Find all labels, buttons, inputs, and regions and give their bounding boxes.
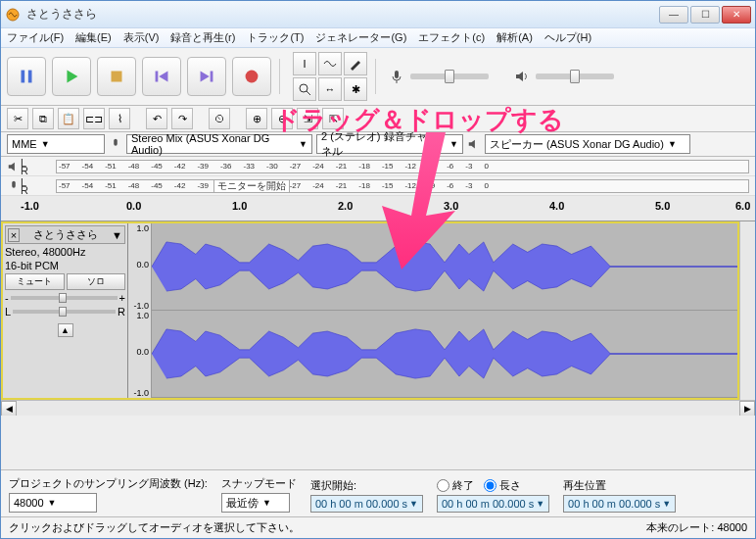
draw-tool[interactable] <box>344 52 367 75</box>
statusbar: クリックおよびドラッグしてオーディオを選択して下さい。 本来のレート: 4800… <box>1 516 755 538</box>
svg-rect-17 <box>12 180 16 187</box>
svg-marker-6 <box>159 72 167 82</box>
track-control-panel: × さとうささら ▼ Stereo, 48000Hz 16-bit PCM ミュ… <box>3 223 128 398</box>
minimize-button[interactable]: — <box>659 6 688 24</box>
gain-slider[interactable] <box>11 296 118 300</box>
wave-axis: 1.0 0.0 -1.0 1.0 0.0 -1.0 <box>128 223 152 398</box>
menubar: ファイル(F) 編集(E) 表示(V) 録音と再生(r) トラック(T) ジェネ… <box>1 28 755 48</box>
close-button[interactable]: ✕ <box>722 6 751 24</box>
selection-tool[interactable]: I <box>293 52 316 75</box>
playback-meter[interactable]: LR -57-54-51-48-45-42-39-36-33-30-27-24-… <box>1 157 755 176</box>
end-radio[interactable]: 終了 <box>437 478 474 493</box>
scroll-right-button[interactable]: ▶ <box>739 401 755 416</box>
stop-button[interactable] <box>97 57 136 96</box>
trim-button[interactable]: ⊏⊐ <box>83 108 105 129</box>
undo-button[interactable]: ↶ <box>146 108 167 129</box>
edit-toolbar: ✂ ⧉ 📋 ⊏⊐ ⌇ ↶ ↷ ⏲ ⊕ ⊖ ⇲ ⇱ <box>1 106 755 132</box>
audio-host-combo[interactable]: MME▼ <box>7 134 105 154</box>
svg-marker-13 <box>516 72 523 81</box>
menu-track[interactable]: トラック(T) <box>247 30 304 45</box>
length-radio[interactable]: 長さ <box>484 478 521 493</box>
track-menu-button[interactable]: ▼ <box>112 229 122 241</box>
scroll-left-button[interactable]: ◀ <box>1 401 17 416</box>
skip-start-button[interactable] <box>142 57 181 96</box>
app-window: さとうささら — ☐ ✕ ファイル(F) 編集(E) 表示(V) 録音と再生(r… <box>0 0 756 539</box>
sample-rate-combo[interactable]: 48000▼ <box>9 493 97 513</box>
titlebar[interactable]: さとうささら — ☐ ✕ <box>1 1 755 28</box>
zoom-out-button[interactable]: ⊖ <box>271 108 293 129</box>
microphone-icon <box>7 179 21 193</box>
microphone-icon <box>389 69 404 84</box>
record-button[interactable] <box>232 57 271 96</box>
menu-record[interactable]: 録音と再生(r) <box>170 30 235 45</box>
selection-start-label: 選択開始: <box>310 478 423 493</box>
svg-point-9 <box>246 71 259 83</box>
track-close-button[interactable]: × <box>8 228 20 242</box>
menu-view[interactable]: 表示(V) <box>123 30 160 45</box>
waveform-display[interactable] <box>152 223 737 398</box>
menu-edit[interactable]: 編集(E) <box>75 30 112 45</box>
playback-volume-slider[interactable] <box>536 74 614 79</box>
selection-end-time[interactable]: 00 h 00 m 00.000 s▼ <box>437 495 549 513</box>
svg-rect-8 <box>211 72 213 82</box>
menu-file[interactable]: ファイル(F) <box>7 30 64 45</box>
output-device-combo[interactable]: スピーカー (ASUS Xonar DG Audio)▼ <box>485 134 690 154</box>
fit-selection-button[interactable]: ⇲ <box>297 108 318 129</box>
pause-button[interactable] <box>7 57 46 96</box>
tools-grid: I ↔ ✱ <box>293 52 367 101</box>
sync-lock-button[interactable]: ⏲ <box>209 108 230 129</box>
record-meter[interactable]: LR モニターを開始 -57-54-51-48-45-42-39-36-33-3… <box>1 176 755 196</box>
svg-marker-15 <box>469 140 475 149</box>
maximize-button[interactable]: ☐ <box>690 6 720 24</box>
play-button[interactable] <box>52 57 91 96</box>
selection-start-time[interactable]: 00 h 00 m 00.000 s▼ <box>310 495 423 513</box>
play-position-time[interactable]: 00 h 00 m 00.000 s▼ <box>563 495 676 513</box>
track-name[interactable]: さとうささら <box>20 227 112 242</box>
transport-toolbar: I ↔ ✱ <box>1 48 755 106</box>
silence-button[interactable]: ⌇ <box>109 108 130 129</box>
window-title: さとうささら <box>26 6 659 23</box>
zoom-in-button[interactable]: ⊕ <box>246 108 267 129</box>
fit-project-button[interactable]: ⇱ <box>322 108 344 129</box>
speaker-icon <box>514 69 530 84</box>
mute-button[interactable]: ミュート <box>5 273 65 290</box>
envelope-tool[interactable] <box>318 52 342 75</box>
device-toolbar: MME▼ Stereo Mix (ASUS Xonar DG Audio)▼ 2… <box>1 132 755 157</box>
menu-analyze[interactable]: 解析(A) <box>496 30 533 45</box>
actual-rate: 本来のレート: 48000 <box>646 520 747 535</box>
track-area: × さとうささら ▼ Stereo, 48000Hz 16-bit PCM ミュ… <box>1 221 739 400</box>
snap-combo[interactable]: 最近傍▼ <box>221 493 290 513</box>
horizontal-scrollbar[interactable]: ◀ ▶ <box>1 400 755 416</box>
track-format: Stereo, 48000Hz <box>5 246 125 258</box>
menu-effect[interactable]: エフェクト(c) <box>418 30 485 45</box>
copy-button[interactable]: ⧉ <box>32 108 54 129</box>
multi-tool[interactable]: ✱ <box>344 77 367 101</box>
svg-rect-5 <box>156 72 159 82</box>
app-icon <box>5 7 21 23</box>
cut-button[interactable]: ✂ <box>7 108 28 129</box>
vertical-scrollbar[interactable] <box>739 221 755 400</box>
svg-marker-7 <box>201 72 210 82</box>
pan-slider[interactable] <box>13 310 116 314</box>
track-bitdepth: 16-bit PCM <box>5 260 125 271</box>
svg-marker-16 <box>9 162 15 171</box>
zoom-tool[interactable] <box>293 77 316 101</box>
redo-button[interactable]: ↷ <box>171 108 193 129</box>
input-device-combo[interactable]: Stereo Mix (ASUS Xonar DG Audio)▼ <box>126 134 312 154</box>
solo-button[interactable]: ソロ <box>67 273 126 290</box>
paste-button[interactable]: 📋 <box>58 108 79 129</box>
menu-generate[interactable]: ジェネレーター(G) <box>315 30 406 45</box>
svg-line-11 <box>307 91 310 95</box>
collapse-button[interactable]: ▲ <box>58 323 73 337</box>
status-message: クリックおよびドラッグしてオーディオを選択して下さい。 <box>9 520 300 535</box>
timeline-ruler[interactable]: -1.00.01.02.03.04.05.06.0 <box>1 196 755 221</box>
speaker-icon <box>467 137 481 151</box>
svg-point-10 <box>300 84 307 92</box>
monitor-start-label[interactable]: モニターを開始 <box>213 179 290 193</box>
selection-toolbar: プロジェクトのサンプリング周波数 (Hz): 48000▼ スナップモード 最近… <box>1 469 755 516</box>
channels-combo[interactable]: 2 (ステレオ) 録音チャンネル▼ <box>316 134 463 154</box>
menu-help[interactable]: ヘルプ(H) <box>544 30 591 45</box>
record-volume-slider[interactable] <box>410 74 489 79</box>
skip-end-button[interactable] <box>187 57 226 96</box>
timeshift-tool[interactable]: ↔ <box>318 77 342 101</box>
